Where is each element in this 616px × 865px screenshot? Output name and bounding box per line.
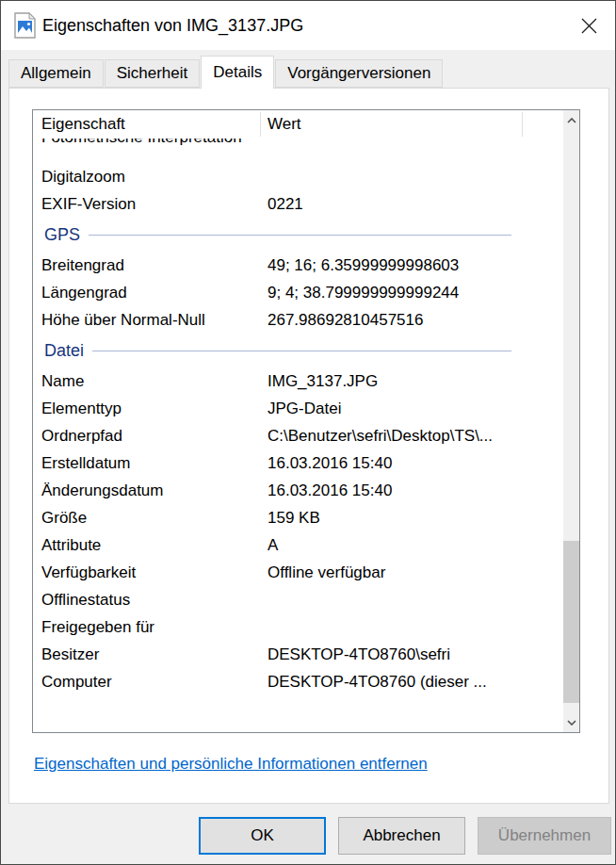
row-label: EXIF-Version (41, 190, 136, 218)
chevron-up-icon[interactable] (563, 112, 579, 128)
row-value: Offline verfügbar (267, 559, 385, 586)
row-label: Größe (41, 504, 87, 531)
table-row[interactable]: Ordnerpfad C:\Benutzer\sefri\Desktop\TS\… (33, 422, 563, 449)
row-label: Digitalzoom (41, 163, 125, 190)
table-row[interactable]: Name IMG_3137.JPG (33, 367, 563, 395)
row-value: C:\Benutzer\sefri\Desktop\TS\... (267, 422, 493, 449)
row-label: Besitzer (41, 641, 99, 668)
table-row[interactable]: Offlinestatus (33, 586, 563, 613)
row-label: Computer (41, 668, 112, 695)
tab-details[interactable]: Details (201, 56, 274, 89)
table-row[interactable]: Längengrad 9; 4; 38.799999999999244 (33, 279, 563, 306)
column-header-property[interactable]: Eigenschaft (41, 110, 125, 139)
tab-strip: Allgemein Sicherheit Details Vorgängerve… (1, 50, 615, 88)
row-value: 159 KB (267, 504, 320, 531)
row-label: Offlinestatus (41, 586, 130, 613)
group-header-datei: Datei (33, 334, 563, 367)
row-value: IMG_3137.JPG (267, 367, 378, 395)
row-value: 49; 16; 6.35999999998603 (267, 252, 459, 279)
row-value: DESKTOP-4TO8760\sefri (267, 641, 450, 668)
tab-allgemein[interactable]: Allgemein (8, 59, 104, 88)
table-row[interactable]: Größe 159 KB (33, 504, 563, 531)
row-label: Name (41, 367, 84, 395)
row-value: 16.03.2016 15:40 (267, 477, 392, 504)
row-label: Erstelldatum (41, 449, 130, 477)
row-value: 16.03.2016 15:40 (267, 449, 392, 477)
row-value: 267.98692810457516 (267, 306, 423, 334)
row-label: Attribute (41, 531, 101, 559)
row-value: 0221 (267, 190, 303, 218)
table-row[interactable]: Besitzer DESKTOP-4TO8760\sefri (33, 641, 563, 668)
row-label: Elementtyp (41, 395, 122, 422)
vertical-scrollbar[interactable] (563, 110, 579, 732)
rows-container: Digitalzoom EXIF-Version 0221 GPS Breite… (33, 163, 563, 695)
row-label: Längengrad (41, 279, 127, 306)
column-header-value[interactable]: Wert (267, 110, 301, 139)
table-row[interactable]: EXIF-Version 0221 (33, 190, 563, 218)
row-value: A (267, 531, 278, 559)
table-row[interactable]: Computer DESKTOP-4TO8760 (dieser ... (33, 668, 563, 695)
row-label: Fotometrische Interpretation (41, 139, 242, 147)
image-file-icon (14, 12, 36, 39)
window-title: Eigenschaften von IMG_3137.JPG (42, 1, 303, 50)
row-label: Verfügbarkeit (41, 559, 136, 586)
row-label: Freigegeben für (41, 613, 154, 641)
table-row[interactable]: Änderungsdatum 16.03.2016 15:40 (33, 477, 563, 504)
group-label: GPS (44, 225, 80, 245)
cancel-button[interactable]: Abbrechen (338, 817, 465, 855)
group-divider-line (89, 235, 511, 236)
close-icon[interactable] (568, 1, 609, 50)
properties-list: Eigenschaft Wert Fotometrische Interpret… (32, 109, 580, 733)
table-row[interactable]: Digitalzoom (33, 163, 563, 190)
table-row[interactable]: Elementtyp JPG-Datei (33, 395, 563, 422)
column-divider[interactable] (260, 112, 261, 137)
table-row[interactable]: Verfügbarkeit Offline verfügbar (33, 559, 563, 586)
row-label: Höhe über Normal-Null (41, 306, 205, 334)
table-row[interactable]: Attribute A (33, 531, 563, 559)
table-row[interactable]: Höhe über Normal-Null 267.98692810457516 (33, 306, 563, 334)
tab-sicherheit[interactable]: Sicherheit (105, 59, 201, 88)
scrollbar-thumb[interactable] (563, 541, 579, 703)
ok-button[interactable]: OK (199, 817, 326, 855)
row-label: Änderungsdatum (41, 477, 163, 504)
table-row-clipped[interactable]: Fotometrische Interpretation (33, 139, 563, 154)
table-row[interactable]: Erstelldatum 16.03.2016 15:40 (33, 449, 563, 477)
apply-button[interactable]: Übernehmen (478, 817, 611, 855)
remove-properties-link[interactable]: Eigenschaften und persönliche Informatio… (34, 755, 428, 774)
column-divider[interactable] (522, 112, 523, 137)
list-header: Eigenschaft Wert (33, 110, 563, 139)
group-header-gps: GPS (33, 218, 563, 252)
group-label: Datei (44, 341, 84, 361)
row-label: Breitengrad (41, 252, 124, 279)
chevron-down-icon[interactable] (563, 714, 579, 730)
tab-vorgaengerversionen[interactable]: Vorgängerversionen (275, 59, 443, 88)
row-value: DESKTOP-4TO8760 (dieser ... (267, 668, 487, 695)
row-value: 9; 4; 38.799999999999244 (267, 279, 459, 306)
properties-dialog: Eigenschaften von IMG_3137.JPG Allgemein… (0, 0, 616, 865)
group-divider-line (92, 351, 511, 351)
table-row[interactable]: Freigegeben für (33, 613, 563, 641)
row-label: Ordnerpfad (41, 422, 122, 449)
title-bar: Eigenschaften von IMG_3137.JPG (1, 1, 615, 50)
row-value: JPG-Datei (267, 395, 341, 422)
table-row[interactable]: Breitengrad 49; 16; 6.35999999998603 (33, 252, 563, 279)
